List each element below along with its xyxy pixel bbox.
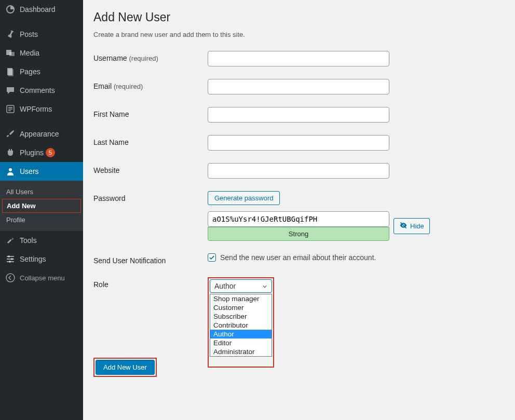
email-label: Email (required) [93, 79, 208, 90]
role-option-subscriber[interactable]: Subscriber [210, 312, 272, 321]
svg-point-12 [8, 255, 10, 258]
username-input[interactable] [208, 51, 389, 66]
submenu-all-users[interactable]: All Users [0, 185, 83, 199]
sidebar-label: Plugins [20, 148, 44, 157]
form-icon [5, 104, 16, 114]
sidebar-item-posts[interactable]: Posts [0, 25, 83, 44]
sidebar-label: Comments [20, 86, 55, 94]
main-content: Add New User Create a brand new user and… [83, 0, 515, 420]
users-submenu: All Users Add New Profile [0, 181, 83, 231]
row-username: Username (required) [93, 51, 505, 66]
svg-point-8 [9, 168, 12, 171]
svg-point-14 [9, 261, 11, 263]
submit-highlight: Add New User [93, 358, 157, 377]
svg-point-13 [11, 258, 13, 260]
collapse-label: Collapse menu [20, 274, 65, 282]
row-password: Password Generate password [93, 191, 505, 205]
lastname-label: Last Name [93, 135, 208, 146]
dashboard-icon [5, 4, 16, 15]
row-notification: Send User Notification Send the new user… [93, 253, 505, 265]
sidebar-item-pages[interactable]: Pages [0, 62, 83, 81]
sidebar-item-plugins[interactable]: Plugins 5 [0, 143, 83, 162]
sidebar-label: Appearance [20, 130, 59, 138]
role-label: Role [93, 277, 208, 289]
notification-label: Send User Notification [93, 253, 208, 265]
sidebar-label: Users [20, 167, 39, 175]
media-icon [5, 48, 16, 58]
row-password-field: Strong Hide [93, 211, 505, 241]
pin-icon [5, 29, 16, 39]
role-option-contributor[interactable]: Contributor [210, 321, 272, 330]
sidebar-label: Media [20, 49, 39, 57]
collapse-icon [5, 273, 16, 283]
sidebar-label: Pages [20, 67, 40, 76]
submenu-add-new[interactable]: Add New [2, 199, 81, 213]
sidebar-item-users[interactable]: Users [0, 162, 83, 181]
sidebar-label: Tools [20, 236, 37, 245]
sidebar-item-media[interactable]: Media [0, 44, 83, 62]
sidebar-item-appearance[interactable]: Appearance [0, 125, 83, 143]
add-new-user-button[interactable]: Add New User [96, 360, 155, 375]
firstname-input[interactable] [208, 107, 389, 123]
hide-password-button[interactable]: Hide [394, 218, 430, 234]
role-select-highlight: Author Shop manager Customer Subscriber … [208, 277, 274, 368]
lastname-input[interactable] [208, 135, 389, 151]
check-icon [208, 254, 215, 261]
sliders-icon [5, 254, 16, 264]
row-email: Email (required) [93, 79, 505, 94]
sidebar-item-wpforms[interactable]: WPForms [0, 100, 83, 118]
comment-icon [5, 85, 16, 96]
wrench-icon [5, 235, 16, 246]
sidebar-label: Dashboard [20, 5, 56, 13]
role-select[interactable]: Author [210, 279, 272, 293]
admin-sidebar: Dashboard Posts Media Pages Comments WPF… [0, 0, 83, 420]
email-input[interactable] [208, 79, 389, 94]
role-option-administrator[interactable]: Administrator [210, 347, 272, 356]
sidebar-item-settings[interactable]: Settings [0, 250, 83, 268]
collapse-menu[interactable]: Collapse menu [0, 268, 83, 287]
role-option-editor[interactable]: Editor [210, 338, 272, 347]
submenu-profile[interactable]: Profile [0, 213, 83, 227]
firstname-label: First Name [93, 107, 208, 118]
sidebar-label: WPForms [20, 105, 52, 113]
role-dropdown: Shop manager Customer Subscriber Contrib… [210, 294, 272, 357]
sidebar-label: Settings [20, 255, 46, 263]
sidebar-label: Posts [20, 30, 38, 38]
svg-rect-1 [9, 52, 15, 56]
sidebar-item-tools[interactable]: Tools [0, 231, 83, 250]
sidebar-item-comments[interactable]: Comments [0, 81, 83, 100]
page-description: Create a brand new user and add them to … [93, 31, 505, 38]
sidebar-item-dashboard[interactable]: Dashboard [0, 0, 83, 19]
svg-rect-3 [8, 69, 13, 76]
row-website: Website [93, 163, 505, 179]
row-firstname: First Name [93, 107, 505, 123]
website-input[interactable] [208, 163, 389, 179]
plugin-count-badge: 5 [46, 148, 55, 157]
row-role: Role Author Shop manager Customer Subscr… [93, 277, 505, 368]
plugin-icon [5, 147, 16, 158]
user-icon [5, 166, 16, 177]
password-label: Password [93, 191, 208, 202]
role-option-shop-manager[interactable]: Shop manager [210, 294, 272, 303]
password-input[interactable] [208, 211, 389, 227]
password-strength: Strong [208, 227, 389, 241]
notification-checkbox[interactable] [208, 253, 216, 262]
brush-icon [5, 129, 16, 139]
page-icon [5, 66, 16, 77]
svg-point-15 [6, 274, 15, 282]
generate-password-button[interactable]: Generate password [208, 191, 280, 205]
eye-slash-icon [399, 221, 408, 231]
page-title: Add New User [93, 10, 505, 24]
website-label: Website [93, 163, 208, 174]
row-lastname: Last Name [93, 135, 505, 151]
role-option-author[interactable]: Author [210, 330, 272, 338]
username-label: Username (required) [93, 51, 208, 62]
notification-text: Send the new user an email about their a… [220, 253, 376, 262]
role-option-customer[interactable]: Customer [210, 303, 272, 312]
